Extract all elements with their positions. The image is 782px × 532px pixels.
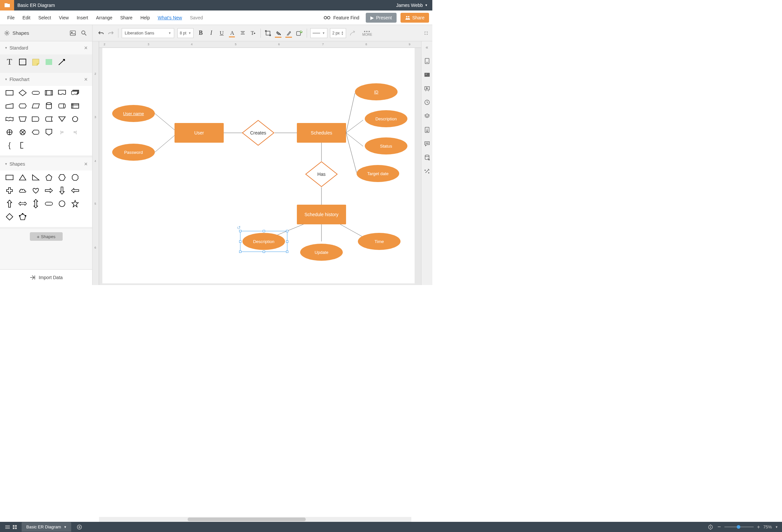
node-attr-username[interactable]: User name (112, 105, 155, 122)
collapse-panel-icon[interactable]: « (423, 43, 431, 51)
shape-pill-icon[interactable] (45, 200, 53, 208)
menu-insert[interactable]: Insert (73, 15, 92, 20)
shape-data-icon[interactable] (32, 102, 40, 110)
shape-storeddata-icon[interactable] (45, 115, 53, 123)
menu-share[interactable]: Share (116, 15, 137, 20)
comments-icon[interactable]: " (423, 71, 431, 79)
shape-manualop-icon[interactable] (19, 115, 27, 123)
shape-internalstorage-icon[interactable] (71, 102, 79, 110)
shape-delay-icon[interactable] (32, 115, 40, 123)
shape-arrow-icon[interactable] (58, 58, 66, 66)
shape-curly-open-icon[interactable]: }= (58, 128, 66, 136)
line-style-select[interactable]: ▼ (310, 28, 327, 38)
shape-text-icon[interactable]: T (5, 58, 14, 66)
shape-block-icon[interactable] (45, 58, 53, 66)
shape-display-icon[interactable] (32, 128, 40, 136)
app-logo-icon[interactable] (0, 0, 14, 10)
shape-curly-eq-icon[interactable]: ={ (71, 128, 79, 136)
history-icon[interactable] (423, 98, 431, 106)
close-icon[interactable]: × (84, 76, 87, 83)
node-attr-id[interactable]: ID (355, 83, 397, 100)
canvas-area[interactable]: 2 3 4 5 6 2 3 4 5 6 7 8 9 (93, 41, 432, 285)
gear-icon[interactable] (4, 30, 10, 36)
node-rel-creates[interactable]: Creates (242, 120, 275, 146)
shape-righttri-icon[interactable] (32, 173, 40, 182)
italic-icon[interactable]: I (207, 29, 215, 37)
shape-database-icon[interactable] (45, 102, 53, 110)
shape-uparrow-icon[interactable] (5, 200, 14, 208)
node-attr-password[interactable]: Password (112, 144, 155, 161)
rotate-handle-icon[interactable]: ↺ (237, 225, 241, 230)
shape-offpage-icon[interactable] (45, 128, 53, 136)
shape-rightarrow-icon[interactable] (45, 186, 53, 195)
import-data-button[interactable]: Import Data (0, 269, 92, 285)
search-icon[interactable] (80, 29, 88, 37)
layers-icon[interactable] (423, 112, 431, 120)
shape-preparation-icon[interactable] (19, 102, 27, 110)
close-icon[interactable]: × (84, 45, 87, 51)
user-menu[interactable]: James Webb ▼ (392, 0, 432, 10)
menu-select[interactable]: Select (34, 15, 55, 20)
bold-icon[interactable]: B (197, 29, 205, 37)
undo-icon[interactable] (97, 29, 105, 37)
add-shapes-button[interactable]: +Shapes (30, 232, 63, 241)
shape-heart-icon[interactable] (32, 186, 40, 195)
underline-icon[interactable]: U (218, 29, 226, 37)
shape-rectangle-icon[interactable] (5, 173, 14, 182)
shape-papertape-icon[interactable] (5, 115, 14, 123)
node-entity-schedule-history[interactable]: Schedule history (297, 205, 346, 224)
close-icon[interactable]: × (84, 161, 87, 168)
line-shape-icon[interactable] (349, 29, 357, 37)
shape-circle2-icon[interactable] (58, 200, 66, 208)
theme-icon[interactable] (423, 126, 431, 134)
shape-process-icon[interactable] (5, 88, 14, 97)
node-attr-targetdate[interactable]: Target date (357, 165, 399, 182)
menu-edit[interactable]: Edit (19, 15, 34, 20)
shape-cross-icon[interactable] (5, 186, 14, 195)
shape-note-icon[interactable] (32, 58, 40, 66)
shape-leftarrow-icon[interactable] (71, 186, 79, 195)
shape-triangle-icon[interactable] (19, 173, 27, 182)
image-icon[interactable] (69, 29, 77, 37)
shape-cloud-icon[interactable] (19, 186, 27, 195)
category-flowchart-header[interactable]: ▼Flowchart× (0, 73, 92, 86)
chat-icon[interactable] (423, 140, 431, 148)
data-icon[interactable] (423, 153, 431, 162)
shape-multidoc-icon[interactable] (71, 88, 79, 97)
shape-star-icon[interactable] (71, 200, 79, 208)
shape-downarrow-icon[interactable] (58, 186, 66, 195)
node-attr-status[interactable]: Status (365, 137, 407, 154)
node-rel-has[interactable]: Has (305, 161, 338, 187)
menu-whatsnew[interactable]: What's New (154, 15, 186, 20)
node-entity-schedules[interactable]: Schedules (297, 123, 346, 143)
shape-style-icon[interactable] (295, 29, 304, 37)
shape-terminator-icon[interactable] (32, 88, 40, 97)
page-settings-icon[interactable] (423, 57, 431, 65)
shape-diamond-icon[interactable] (5, 213, 14, 221)
node-attr-description2[interactable]: Description (242, 233, 285, 250)
shape-predefined-icon[interactable] (45, 88, 53, 97)
shape-rect-icon[interactable] (19, 58, 27, 66)
shape-octagon-icon[interactable] (71, 173, 79, 182)
shape-note2-icon[interactable] (19, 141, 27, 149)
shape-or-icon[interactable] (5, 128, 14, 136)
shape-sumjunc-icon[interactable] (19, 128, 27, 136)
shape-merge-icon[interactable] (58, 115, 66, 123)
menu-view[interactable]: View (55, 15, 73, 20)
feature-find-button[interactable]: Feature Find (323, 15, 362, 20)
node-attr-update[interactable]: Update (300, 244, 343, 261)
shape-connector-icon[interactable] (71, 115, 79, 123)
magic-icon[interactable] (423, 167, 431, 175)
align-icon[interactable] (239, 29, 247, 37)
line-width-select[interactable]: 2 px▲▼ (330, 28, 346, 38)
shape-poly-icon[interactable] (19, 213, 27, 221)
present-button[interactable]: ▶Present (366, 13, 396, 23)
shape-document-icon[interactable] (58, 88, 66, 97)
border-color-icon[interactable] (285, 29, 293, 37)
node-entity-user[interactable]: User (175, 123, 224, 143)
menu-arrange[interactable]: Arrange (92, 15, 116, 20)
redo-icon[interactable] (107, 29, 115, 37)
shape-udarrow-icon[interactable] (32, 200, 40, 208)
shape-curly-icon[interactable]: { (5, 141, 14, 149)
fullscreen-icon[interactable] (424, 29, 432, 37)
